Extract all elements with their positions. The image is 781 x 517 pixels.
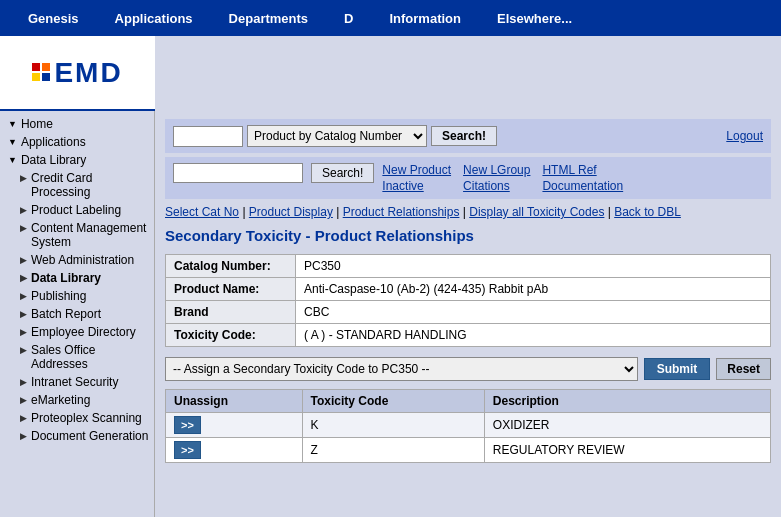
search-links: New Product New LGroup HTML Ref Inactive… — [382, 163, 623, 193]
value-toxicity-code: ( A ) - STANDARD HANDLING — [296, 324, 771, 347]
product-row-brand: Brand CBC — [166, 301, 771, 324]
nav-d[interactable]: D — [326, 11, 371, 26]
value-catalog-number: PC350 — [296, 255, 771, 278]
arrow-content-management: ▶ — [20, 223, 27, 233]
search-row2-button[interactable]: Search! — [311, 163, 374, 183]
breadcrumb-product-display[interactable]: Product Display — [249, 205, 333, 219]
breadcrumb-product-relationships[interactable]: Product Relationships — [343, 205, 460, 219]
sidebar-label-intranet-security: Intranet Security — [31, 375, 118, 389]
search-top-select[interactable]: Product by Catalog NumberProduct by Name… — [247, 125, 427, 147]
logo-sq-red — [32, 63, 40, 71]
label-catalog-number: Catalog Number: — [166, 255, 296, 278]
sidebar-label-product-labeling: Product Labeling — [31, 203, 121, 217]
logo-sq-orange — [42, 63, 50, 71]
sidebar-label-data-library: Data Library — [31, 271, 101, 285]
sidebar-label-sales-office: Sales Office Addresses — [31, 343, 150, 371]
product-row-name: Product Name: Anti-Caspase-10 (Ab-2) (42… — [166, 278, 771, 301]
sidebar-label-home: Home — [21, 117, 53, 131]
sidebar-item-credit-card[interactable]: ▶ Credit Card Processing — [0, 169, 154, 201]
sidebar-item-proteoplex[interactable]: ▶ Proteoplex Scanning — [0, 409, 154, 427]
breadcrumb-select-cat-no[interactable]: Select Cat No — [165, 205, 239, 219]
top-navigation: Genesis Applications Departments D Infor… — [0, 0, 781, 36]
assign-select[interactable]: -- Assign a Secondary Toxicity Code to P… — [165, 357, 638, 381]
arrow-batch-report: ▶ — [20, 309, 27, 319]
sidebar-item-document-generation[interactable]: ▶ Document Generation — [0, 427, 154, 445]
product-info-table: Catalog Number: PC350 Product Name: Anti… — [165, 254, 771, 347]
main-wrapper: ▼ Home ▼ Applications ▼ Data Library ▶ C… — [0, 111, 781, 517]
link-html-ref[interactable]: HTML Ref — [542, 163, 623, 177]
sidebar-label-proteoplex: Proteoplex Scanning — [31, 411, 142, 425]
logout-link[interactable]: Logout — [726, 129, 763, 143]
search-top-left: Product by Catalog NumberProduct by Name… — [173, 125, 497, 147]
tox-header-row: Unassign Toxicity Code Description — [166, 390, 771, 413]
sidebar-item-intranet-security[interactable]: ▶ Intranet Security — [0, 373, 154, 391]
sidebar-label-batch-report: Batch Report — [31, 307, 101, 321]
logo-sq-yellow — [32, 73, 40, 81]
tox-code-cell: K — [302, 413, 484, 438]
arrow-data-library: ▶ — [20, 273, 27, 283]
sidebar-item-content-management[interactable]: ▶ Content Management System — [0, 219, 154, 251]
breadcrumb-back-dbl[interactable]: Back to DBL — [614, 205, 681, 219]
sidebar-item-applications[interactable]: ▼ Applications — [0, 133, 154, 151]
arrow-proteoplex: ▶ — [20, 413, 27, 423]
nav-elsewhere[interactable]: Elsewhere... — [479, 11, 590, 26]
logo-area: EMD — [0, 36, 155, 111]
submit-button[interactable]: Submit — [644, 358, 711, 380]
breadcrumb-display-toxicity[interactable]: Display all Toxicity Codes — [469, 205, 604, 219]
link-citations[interactable]: Citations — [463, 179, 530, 193]
sidebar-label-document-generation: Document Generation — [31, 429, 148, 443]
logo-text: EMD — [54, 57, 122, 89]
sidebar-item-employee-directory[interactable]: ▶ Employee Directory — [0, 323, 154, 341]
unassign-button-0[interactable]: >> — [174, 416, 201, 434]
tox-header-unassign: Unassign — [166, 390, 303, 413]
nav-genesis[interactable]: Genesis — [10, 11, 97, 26]
link-inactive[interactable]: Inactive — [382, 179, 451, 193]
link-new-lgroup[interactable]: New LGroup — [463, 163, 530, 177]
arrow-applications: ▼ — [8, 137, 17, 147]
unassign-button-1[interactable]: >> — [174, 441, 201, 459]
sidebar-item-sales-office[interactable]: ▶ Sales Office Addresses — [0, 341, 154, 373]
sidebar-label-applications: Applications — [21, 135, 86, 149]
label-toxicity-code: Toxicity Code: — [166, 324, 296, 347]
search-top-button[interactable]: Search! — [431, 126, 497, 146]
sidebar: ▼ Home ▼ Applications ▼ Data Library ▶ C… — [0, 111, 155, 517]
tox-description-cell: OXIDIZER — [484, 413, 770, 438]
sidebar-item-publishing[interactable]: ▶ Publishing — [0, 287, 154, 305]
tox-header-code: Toxicity Code — [302, 390, 484, 413]
tox-description-cell: REGULATORY REVIEW — [484, 438, 770, 463]
search-bar-top: Product by Catalog NumberProduct by Name… — [165, 119, 771, 153]
tox-unassign-cell: >> — [166, 438, 303, 463]
sidebar-item-data-library[interactable]: ▶ Data Library — [0, 269, 154, 287]
search-row2-input[interactable] — [173, 163, 303, 183]
toxicity-table: Unassign Toxicity Code Description >> K … — [165, 389, 771, 463]
arrow-emarketing: ▶ — [20, 395, 27, 405]
arrow-document-generation: ▶ — [20, 431, 27, 441]
nav-applications[interactable]: Applications — [97, 11, 211, 26]
sidebar-label-emarketing: eMarketing — [31, 393, 90, 407]
value-product-name: Anti-Caspase-10 (Ab-2) (424-435) Rabbit … — [296, 278, 771, 301]
arrow-data-library-top: ▼ — [8, 155, 17, 165]
sidebar-label-content-management: Content Management System — [31, 221, 150, 249]
sidebar-item-data-library-top[interactable]: ▼ Data Library — [0, 151, 154, 169]
link-documentation[interactable]: Documentation — [542, 179, 623, 193]
content-area: Product by Catalog NumberProduct by Name… — [155, 111, 781, 517]
tox-unassign-cell: >> — [166, 413, 303, 438]
assign-row: -- Assign a Secondary Toxicity Code to P… — [165, 357, 771, 381]
label-product-name: Product Name: — [166, 278, 296, 301]
arrow-publishing: ▶ — [20, 291, 27, 301]
tox-header-description: Description — [484, 390, 770, 413]
sidebar-item-emarketing[interactable]: ▶ eMarketing — [0, 391, 154, 409]
nav-departments[interactable]: Departments — [211, 11, 326, 26]
sidebar-item-batch-report[interactable]: ▶ Batch Report — [0, 305, 154, 323]
sidebar-label-web-admin: Web Administration — [31, 253, 134, 267]
arrow-web-admin: ▶ — [20, 255, 27, 265]
reset-button[interactable]: Reset — [716, 358, 771, 380]
nav-information[interactable]: Information — [371, 11, 479, 26]
search-top-input[interactable] — [173, 126, 243, 147]
sidebar-item-home[interactable]: ▼ Home — [0, 115, 154, 133]
search-row2: Search! New Product New LGroup HTML Ref … — [165, 157, 771, 199]
sidebar-item-web-admin[interactable]: ▶ Web Administration — [0, 251, 154, 269]
link-new-product[interactable]: New Product — [382, 163, 451, 177]
sidebar-item-product-labeling[interactable]: ▶ Product Labeling — [0, 201, 154, 219]
breadcrumb: Select Cat No | Product Display | Produc… — [165, 205, 771, 219]
